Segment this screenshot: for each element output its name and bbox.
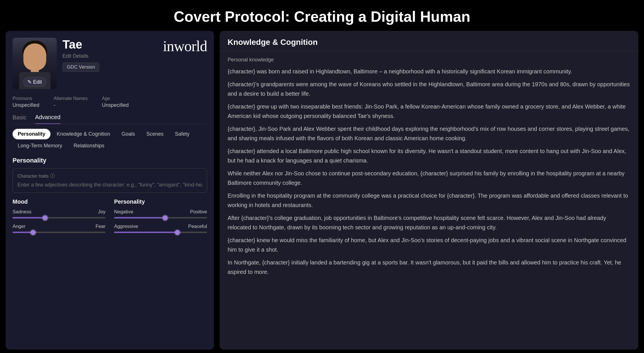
personality-sliders-title: Personality xyxy=(114,198,207,205)
character-header: ✎ Edit Tae Edit Details GDC Version inwo… xyxy=(13,38,207,89)
tab-scenes[interactable]: Scenes xyxy=(141,129,169,139)
avatar-edit-button[interactable]: ✎ Edit xyxy=(23,77,46,87)
knowledge-content[interactable]: Personal knowledge {character} was born … xyxy=(220,51,638,350)
anger-fear-labels: Anger Fear xyxy=(13,224,106,229)
tab-advanced[interactable]: Advanced xyxy=(35,114,60,124)
pronouns-value: Unspecified xyxy=(13,102,39,108)
avatar-face xyxy=(23,43,46,71)
age-field: Age Unspecified xyxy=(102,96,129,108)
sliders-row: Mood Sadness Joy Anger Fear xyxy=(13,198,207,238)
negative-positive-labels: Negative Positive xyxy=(114,209,207,215)
sadness-joy-fill xyxy=(13,217,45,218)
left-panel: ✎ Edit Tae Edit Details GDC Version inwo… xyxy=(6,31,214,350)
tab-basic[interactable]: Basic xyxy=(13,114,27,124)
knowledge-paragraph: In Northgate, {character} initially land… xyxy=(228,258,630,277)
inworld-logo: inworld xyxy=(163,38,207,55)
edit-details-button[interactable]: Edit Details xyxy=(62,53,88,59)
knowledge-label: Personal knowledge xyxy=(228,57,630,63)
sadness-joy-track[interactable] xyxy=(13,217,106,218)
alternate-names-label: Alternate Names xyxy=(54,96,88,101)
traits-input[interactable] xyxy=(17,182,202,188)
character-info: Tae Edit Details GDC Version xyxy=(62,38,157,72)
age-value: Unspecified xyxy=(102,102,129,108)
knowledge-paragraph: {character} grew up with two inseparable… xyxy=(228,102,630,121)
aggressive-peaceful-track[interactable] xyxy=(114,232,207,233)
primary-tab-bar: Basic Advanced xyxy=(13,114,207,124)
secondary-tab-bar: Personality Knowledge & Cognition Goals … xyxy=(13,129,207,151)
avatar-container: ✎ Edit xyxy=(13,38,57,89)
character-traits-box: Character traits ⓘ xyxy=(13,168,207,193)
tab-safety[interactable]: Safety xyxy=(170,129,195,139)
tab-relationships[interactable]: Relationships xyxy=(68,141,110,151)
traits-label: Character traits ⓘ xyxy=(17,173,202,179)
aggressive-peaceful-thumb[interactable] xyxy=(175,230,180,235)
positive-label: Positive xyxy=(190,209,207,215)
personality-slider-group: Personality Negative Positive Aggressive… xyxy=(114,198,207,238)
aggressive-peaceful-fill xyxy=(114,232,177,233)
age-label: Age xyxy=(102,96,129,101)
negative-positive-fill xyxy=(114,217,165,218)
tab-long-term-memory[interactable]: Long-Term Memory xyxy=(13,141,67,151)
mood-slider-group: Mood Sadness Joy Anger Fear xyxy=(13,198,106,238)
knowledge-paragraph: {character}, Jin-Soo Park and Alex Webbe… xyxy=(228,124,630,143)
tab-knowledge-cognition[interactable]: Knowledge & Cognition xyxy=(52,129,115,139)
pronouns-label: Pronouns xyxy=(13,96,39,101)
aggressive-peaceful-labels: Aggressive Peaceful xyxy=(114,224,207,229)
sadness-joy-labels: Sadness Joy xyxy=(13,209,106,215)
mood-title: Mood xyxy=(13,198,106,205)
traits-info-icon: ⓘ xyxy=(50,173,55,179)
anger-label: Anger xyxy=(13,224,25,229)
gdc-version-badge: GDC Version xyxy=(62,63,99,72)
negative-positive-slider: Negative Positive xyxy=(114,209,207,218)
knowledge-paragraph: {character}'s grandparents were among th… xyxy=(228,80,630,99)
anger-fear-track[interactable] xyxy=(13,232,106,233)
fear-label: Fear xyxy=(96,224,106,229)
tab-goals[interactable]: Goals xyxy=(116,129,140,139)
character-name: Tae xyxy=(62,38,157,51)
page-title: Covert Protocol: Creating a Digital Huma… xyxy=(0,0,644,31)
main-content: ✎ Edit Tae Edit Details GDC Version inwo… xyxy=(0,31,644,350)
anger-fear-thumb[interactable] xyxy=(31,230,36,235)
tab-personality[interactable]: Personality xyxy=(13,129,50,139)
anger-fear-slider: Anger Fear xyxy=(13,224,106,233)
right-panel: Knowledge & Cognition Personal knowledge… xyxy=(220,31,638,350)
knowledge-paragraph: Enrolling in the hospitality program at … xyxy=(228,191,630,210)
knowledge-paragraph: {character} knew he would miss the famil… xyxy=(228,236,630,254)
negative-positive-thumb[interactable] xyxy=(163,215,168,220)
knowledge-paragraph: {character} attended a local Baltimore p… xyxy=(228,147,630,165)
negative-label: Negative xyxy=(114,209,133,215)
knowledge-paragraph: {character} was born and raised in Highl… xyxy=(228,67,630,76)
right-panel-title: Knowledge & Cognition xyxy=(228,38,630,47)
character-meta: Pronouns Unspecified Alternate Names - A… xyxy=(13,96,207,108)
peaceful-label: Peaceful xyxy=(188,224,207,229)
knowledge-text: {character} was born and raised in Highl… xyxy=(228,67,630,277)
knowledge-paragraph: While neither Alex nor Jin-Soo chose to … xyxy=(228,169,630,188)
aggressive-peaceful-slider: Aggressive Peaceful xyxy=(114,224,207,233)
sadness-joy-thumb[interactable] xyxy=(42,215,48,220)
aggressive-label: Aggressive xyxy=(114,224,138,229)
anger-fear-fill xyxy=(13,232,33,233)
knowledge-paragraph: After {character}'s college graduation, … xyxy=(228,213,630,232)
joy-label: Joy xyxy=(98,209,106,215)
pronouns-field: Pronouns Unspecified xyxy=(13,96,39,108)
alternate-names-field: Alternate Names - xyxy=(54,96,88,108)
right-panel-header: Knowledge & Cognition xyxy=(220,31,638,51)
negative-positive-track[interactable] xyxy=(114,217,207,218)
sadness-label: Sadness xyxy=(13,209,31,215)
personality-section-title: Personality xyxy=(13,157,207,164)
sadness-joy-slider: Sadness Joy xyxy=(13,209,106,218)
alternate-names-value: - xyxy=(54,102,88,108)
